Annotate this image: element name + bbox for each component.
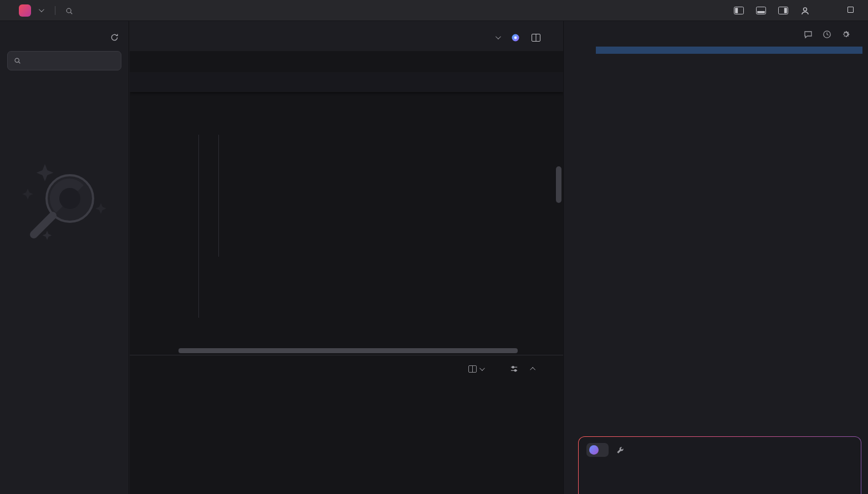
extension-sidebar xyxy=(0,21,129,494)
run-button[interactable] xyxy=(493,35,499,39)
chevron-down-icon xyxy=(496,34,501,39)
chat-messages[interactable] xyxy=(578,47,862,411)
editor-tabbar xyxy=(130,21,563,51)
divider xyxy=(55,6,55,15)
split-terminal-button[interactable] xyxy=(468,364,483,374)
terminal-session-list xyxy=(486,386,563,494)
breadcrumb xyxy=(130,51,563,72)
bottom-panel xyxy=(130,355,563,494)
account-icon[interactable] xyxy=(800,5,810,15)
workspace-switcher[interactable] xyxy=(19,4,43,17)
vertical-scrollbar[interactable] xyxy=(556,166,561,203)
new-chat-icon[interactable] xyxy=(804,29,813,39)
chat-input-toolbar xyxy=(586,443,853,457)
horizontal-scrollbar[interactable] xyxy=(178,348,518,353)
toggle-left-panel-icon[interactable] xyxy=(734,5,744,15)
extension-search-input[interactable] xyxy=(7,51,121,70)
chat-header xyxy=(564,21,868,47)
panel-actions xyxy=(468,364,549,374)
maximize-icon[interactable] xyxy=(847,5,858,15)
ai-assistant-icon[interactable] xyxy=(511,32,520,42)
maximize-panel-icon[interactable] xyxy=(530,366,535,372)
thinking-paragraph-clipped xyxy=(596,47,862,54)
editor-column xyxy=(130,21,563,494)
search-icon xyxy=(14,57,21,64)
titlebar xyxy=(0,0,868,21)
chevron-down-icon xyxy=(39,7,44,12)
builder-mention-chip[interactable] xyxy=(586,443,609,457)
indent-guide xyxy=(218,135,219,257)
titlebar-actions xyxy=(709,5,868,15)
history-icon[interactable] xyxy=(823,29,831,39)
chevron-down-icon xyxy=(479,365,485,371)
search-icon xyxy=(65,6,73,14)
tools-icon[interactable] xyxy=(616,446,624,454)
empty-search-illustration xyxy=(0,162,129,255)
sticky-scroll-line[interactable] xyxy=(130,72,563,92)
editor-actions xyxy=(493,32,552,42)
settings-gear-icon[interactable] xyxy=(841,29,850,39)
chat-input-box[interactable] xyxy=(578,436,861,494)
split-editor-icon[interactable] xyxy=(532,32,540,42)
trae-ai-panel xyxy=(563,21,868,494)
refresh-icon[interactable] xyxy=(110,32,119,42)
panel-header xyxy=(130,355,563,382)
builder-avatar xyxy=(589,445,599,455)
terminal-output[interactable] xyxy=(130,382,486,494)
chat-header-actions xyxy=(804,29,860,39)
panel-views-icon[interactable] xyxy=(510,364,518,374)
split-panel-icon xyxy=(468,364,477,374)
toggle-right-panel-icon[interactable] xyxy=(778,5,788,15)
code-editor[interactable] xyxy=(130,72,563,355)
toggle-bottom-panel-icon[interactable] xyxy=(756,5,766,15)
indent-guide xyxy=(198,135,199,318)
trae-logo xyxy=(19,4,31,17)
terminal-body xyxy=(130,382,563,494)
global-search[interactable] xyxy=(65,6,78,14)
